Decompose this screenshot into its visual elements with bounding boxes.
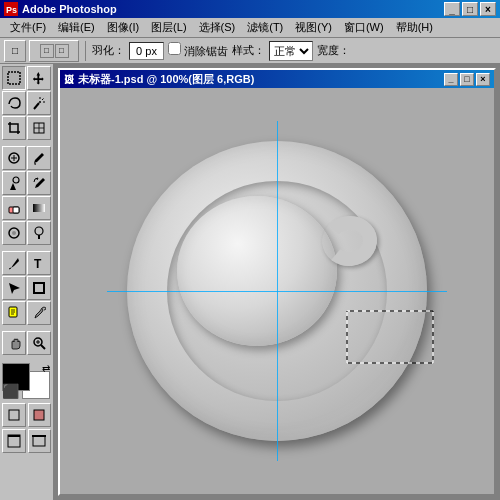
type-tool[interactable]: T [27, 251, 51, 275]
menu-bar: 文件(F) 编辑(E) 图像(I) 图层(L) 选择(S) 滤镜(T) 视图(Y… [0, 18, 500, 38]
title-controls: _ □ × [444, 2, 496, 16]
tool-row-6 [2, 196, 51, 220]
quick-mask-mode-button[interactable] [28, 403, 52, 427]
doc-minimize-button[interactable]: _ [444, 73, 458, 86]
menu-select[interactable]: 选择(S) [193, 18, 242, 37]
app-icon: Ps [4, 2, 18, 16]
svg-marker-3 [33, 72, 44, 85]
crop-tool[interactable] [2, 116, 26, 140]
menu-view[interactable]: 视图(Y) [289, 18, 338, 37]
notes-tool[interactable] [2, 301, 26, 325]
hand-tool[interactable] [2, 331, 26, 355]
tool-row-7 [2, 221, 51, 245]
mask-mode-buttons [2, 403, 51, 427]
menu-window[interactable]: 窗口(W) [338, 18, 390, 37]
open-button[interactable]: □ □ [29, 40, 79, 62]
brush-tool[interactable] [27, 146, 51, 170]
dodge-tool[interactable] [27, 221, 51, 245]
document-title: 未标器-1.psd @ 100%(图层 6,RGB) [78, 72, 444, 87]
eraser-tool[interactable] [2, 196, 26, 220]
maximize-button[interactable]: □ [462, 2, 478, 16]
toolbox: T [0, 64, 54, 500]
path-selection-tool[interactable] [2, 276, 26, 300]
lasso-tool[interactable] [2, 91, 26, 115]
shape-tool[interactable] [27, 276, 51, 300]
cup-scene [107, 121, 447, 461]
tool-row-10 [2, 301, 51, 325]
tool-row-5 [2, 171, 51, 195]
svg-point-15 [13, 177, 19, 183]
clone-stamp-tool[interactable] [2, 171, 26, 195]
svg-line-4 [34, 103, 39, 109]
standard-mode-button[interactable] [2, 403, 26, 427]
doc-close-button[interactable]: × [476, 73, 490, 86]
svg-rect-17 [13, 207, 19, 213]
svg-text:Ps: Ps [6, 5, 17, 15]
app-title: Adobe Photoshop [22, 3, 117, 15]
svg-line-8 [42, 99, 44, 101]
svg-marker-24 [9, 283, 20, 294]
tool-row-1 [2, 66, 51, 90]
reset-colors-icon[interactable]: ⬛ [2, 383, 19, 399]
tool-row-3 [2, 116, 51, 140]
svg-rect-18 [33, 204, 45, 212]
close-button[interactable]: × [480, 2, 496, 16]
menu-help[interactable]: 帮助(H) [390, 18, 439, 37]
document-icon: 🖼 [64, 74, 74, 85]
full-screen-menu-button[interactable] [28, 429, 52, 453]
svg-rect-25 [34, 283, 44, 293]
svg-line-31 [41, 345, 45, 349]
tool-row-4 [2, 146, 51, 170]
cup [177, 196, 337, 346]
blur-tool[interactable] [2, 221, 26, 245]
svg-rect-35 [34, 410, 44, 420]
pen-tool[interactable] [2, 251, 26, 275]
main-area: T [0, 64, 500, 500]
tool-row-9 [2, 276, 51, 300]
svg-point-21 [35, 227, 43, 235]
options-bar: □ □ □ 羽化： 消除锯齿 样式： 正常 宽度： [0, 38, 500, 64]
gradient-tool[interactable] [27, 196, 51, 220]
tool-row-8: T [2, 251, 51, 275]
style-label: 样式： [232, 43, 265, 58]
svg-rect-39 [33, 436, 45, 446]
document-titlebar: 🖼 未标器-1.psd @ 100%(图层 6,RGB) _ □ × [60, 70, 494, 88]
history-brush-tool[interactable] [27, 171, 51, 195]
title-bar: Ps Adobe Photoshop _ □ × [0, 0, 500, 18]
svg-point-5 [39, 101, 41, 103]
eyedropper-tool[interactable] [27, 301, 51, 325]
svg-point-20 [12, 231, 16, 235]
feather-input[interactable] [129, 42, 164, 60]
document-canvas[interactable] [60, 88, 494, 494]
rectangular-marquee-tool[interactable] [2, 66, 26, 90]
canvas-area[interactable]: 🖼 未标器-1.psd @ 100%(图层 6,RGB) _ □ × [54, 64, 500, 500]
standard-screen-button[interactable] [2, 429, 26, 453]
svg-rect-34 [9, 410, 19, 420]
color-selector: ⬛ ⇄ [2, 363, 52, 399]
move-tool[interactable] [27, 66, 51, 90]
toolbar-buttons: □ □ □ [4, 40, 79, 62]
slice-tool[interactable] [27, 116, 51, 140]
document-controls: _ □ × [444, 73, 490, 86]
svg-rect-38 [8, 435, 20, 437]
magic-wand-tool[interactable] [27, 91, 51, 115]
svg-rect-40 [32, 435, 46, 437]
new-doc-button[interactable]: □ [4, 40, 26, 62]
width-label: 宽度： [317, 43, 350, 58]
svg-text:T: T [34, 257, 42, 270]
menu-file[interactable]: 文件(F) [4, 18, 52, 37]
style-select[interactable]: 正常 [269, 41, 313, 61]
swap-colors-icon[interactable]: ⇄ [42, 363, 50, 374]
zoom-tool[interactable] [27, 331, 51, 355]
menu-edit[interactable]: 编辑(E) [52, 18, 101, 37]
menu-layer[interactable]: 图层(L) [145, 18, 192, 37]
tool-row-11 [2, 331, 51, 355]
antialias-checkbox[interactable] [168, 42, 181, 55]
doc-maximize-button[interactable]: □ [460, 73, 474, 86]
menu-image[interactable]: 图像(I) [101, 18, 145, 37]
antialias-label: 消除锯齿 [168, 42, 228, 59]
menu-filter[interactable]: 滤镜(T) [241, 18, 289, 37]
healing-brush-tool[interactable] [2, 146, 26, 170]
minimize-button[interactable]: _ [444, 2, 460, 16]
feather-label: 羽化： [92, 43, 125, 58]
